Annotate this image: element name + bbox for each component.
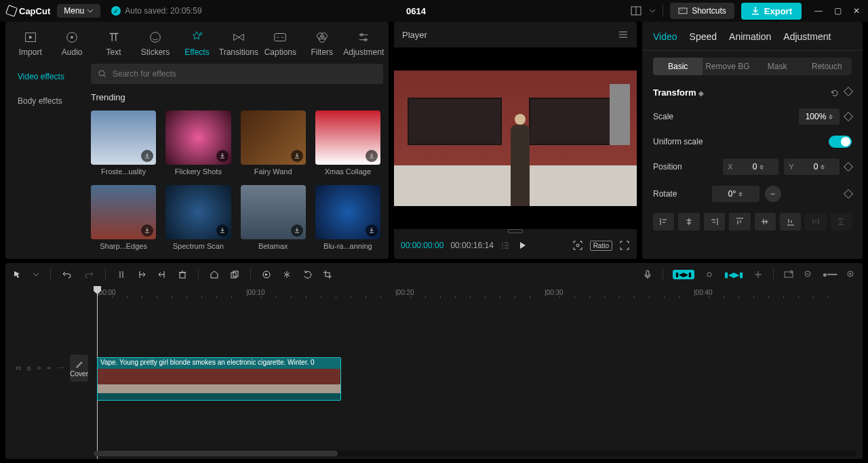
- insp-tab-animation[interactable]: Animation: [729, 31, 771, 42]
- pointer-icon[interactable]: [12, 270, 22, 279]
- tab-adjustment[interactable]: Adjustment: [343, 27, 384, 64]
- close-button[interactable]: ✕: [852, 6, 861, 16]
- reset-icon[interactable]: [830, 88, 840, 98]
- effect-thumb[interactable]: [91, 185, 156, 239]
- align-bottom-button[interactable]: [780, 213, 801, 230]
- trim-right-icon[interactable]: [157, 270, 167, 279]
- menu-button[interactable]: Menu: [57, 4, 100, 18]
- export-button[interactable]: Export: [741, 3, 802, 20]
- timeline-clip[interactable]: Vape. Young pretty girl blonde smokes an…: [97, 357, 341, 401]
- effect-thumb[interactable]: [165, 110, 231, 165]
- tab-captions[interactable]: Captions: [260, 27, 301, 64]
- download-icon[interactable]: [291, 224, 303, 237]
- undo-icon[interactable]: [62, 269, 73, 280]
- mute-icon[interactable]: [47, 364, 52, 372]
- effect-thumb[interactable]: [165, 185, 231, 239]
- insp-tab-speed[interactable]: Speed: [690, 31, 717, 42]
- keyframe-icon[interactable]: [844, 162, 853, 172]
- effect-thumb[interactable]: [241, 110, 306, 165]
- zoom-out-icon[interactable]: [804, 270, 813, 279]
- crop-icon[interactable]: [323, 270, 332, 279]
- link-icon[interactable]: [704, 269, 715, 280]
- snap-toggle[interactable]: ▮◀▶▮: [673, 270, 694, 279]
- tab-text[interactable]: Text: [93, 27, 134, 64]
- crop-focus-icon[interactable]: [572, 240, 583, 251]
- resize-handle-icon[interactable]: [502, 226, 529, 236]
- timeline[interactable]: ⋯ Cover |00:00|00:10|00:20|00:30|00:40 V…: [5, 286, 863, 459]
- distribute-v-button[interactable]: [831, 213, 852, 230]
- download-icon[interactable]: [366, 224, 378, 237]
- insp-tab-video[interactable]: Video: [653, 31, 677, 42]
- tab-effects[interactable]: Effects: [176, 27, 218, 64]
- align-center-h-button[interactable]: [678, 213, 699, 230]
- hamburger-icon[interactable]: [618, 29, 629, 40]
- zoom-pill[interactable]: ▮◀▶▮: [724, 270, 743, 279]
- effect-thumb[interactable]: [315, 185, 380, 239]
- effect-item[interactable]: Xmas Collage: [315, 110, 380, 176]
- keyframe-icon[interactable]: [844, 86, 853, 96]
- rotate-input[interactable]: 0°: [712, 186, 760, 202]
- preview-icon[interactable]: [783, 269, 794, 280]
- position-x-input[interactable]: 0: [738, 159, 778, 175]
- align-left-button[interactable]: [653, 213, 674, 230]
- keyframe-icon[interactable]: [844, 112, 853, 121]
- lock-icon[interactable]: [26, 364, 31, 372]
- effect-item[interactable]: Blu-ra...anning: [315, 185, 380, 250]
- position-y-input[interactable]: 0: [799, 159, 840, 175]
- effect-item[interactable]: Sharp...Edges: [91, 185, 156, 250]
- tab-import[interactable]: Import: [9, 27, 51, 64]
- trim-left-icon[interactable]: [137, 270, 146, 279]
- sidebar-item-body-effects[interactable]: Body effects: [11, 91, 85, 111]
- scale-input[interactable]: 100%: [799, 108, 840, 125]
- tab-stickers[interactable]: Stickers: [134, 27, 176, 64]
- tab-audio[interactable]: Audio: [51, 27, 92, 64]
- download-icon[interactable]: [216, 224, 229, 237]
- distribute-h-button[interactable]: [805, 213, 826, 230]
- project-title[interactable]: 0614: [209, 6, 623, 16]
- split-icon[interactable]: [117, 270, 126, 279]
- collapse-icon[interactable]: [16, 364, 21, 372]
- download-icon[interactable]: [216, 150, 229, 162]
- duplicate-icon[interactable]: [230, 270, 239, 279]
- mic-icon[interactable]: [642, 269, 653, 280]
- download-icon[interactable]: [366, 150, 378, 162]
- redo-icon[interactable]: [83, 269, 94, 280]
- align-right-button[interactable]: [704, 213, 725, 230]
- timeline-scrollbar[interactable]: [94, 451, 856, 456]
- timeline-ruler[interactable]: |00:00|00:10|00:20|00:30|00:40: [94, 286, 863, 301]
- download-icon[interactable]: [141, 150, 153, 162]
- effect-item[interactable]: Spectrum Scan: [165, 185, 231, 250]
- video-preview[interactable]: [394, 47, 637, 229]
- expand-icon[interactable]: [753, 269, 764, 280]
- effect-thumb[interactable]: [241, 185, 306, 239]
- effect-item[interactable]: Flickery Shots: [165, 110, 231, 176]
- subtab-retouch[interactable]: Retouch: [802, 58, 852, 75]
- fullscreen-icon[interactable]: [619, 240, 630, 251]
- download-icon[interactable]: [141, 224, 153, 237]
- ratio-button[interactable]: Ratio: [590, 241, 612, 251]
- delete-icon[interactable]: [178, 270, 187, 279]
- tab-transitions[interactable]: Transitions: [218, 27, 259, 64]
- effect-thumb[interactable]: [91, 110, 156, 165]
- play-icon[interactable]: [517, 240, 528, 251]
- effect-thumb[interactable]: [315, 110, 380, 165]
- mirror-icon[interactable]: [282, 270, 292, 279]
- chevron-down-icon[interactable]: [33, 271, 39, 278]
- tab-filters[interactable]: Filters: [301, 27, 342, 64]
- insp-tab-adjustment[interactable]: Adjustment: [783, 31, 831, 42]
- subtab-basic[interactable]: Basic: [653, 58, 703, 75]
- more-icon[interactable]: ⋯: [57, 364, 64, 373]
- cover-button[interactable]: Cover: [70, 355, 88, 382]
- layout-icon[interactable]: [630, 5, 642, 17]
- list-icon[interactable]: [500, 241, 510, 250]
- search-input-wrap[interactable]: [91, 64, 383, 84]
- align-top-button[interactable]: [729, 213, 750, 230]
- subtab-mask[interactable]: Mask: [753, 58, 802, 75]
- effect-item[interactable]: Froste...uality: [91, 110, 156, 176]
- minimize-button[interactable]: —: [814, 6, 823, 16]
- effect-item[interactable]: Betamax: [241, 185, 306, 250]
- effect-item[interactable]: Fairy Wand: [241, 110, 306, 176]
- download-icon[interactable]: [291, 150, 303, 162]
- marker-icon[interactable]: [210, 270, 219, 279]
- rotate-icon[interactable]: [302, 270, 312, 279]
